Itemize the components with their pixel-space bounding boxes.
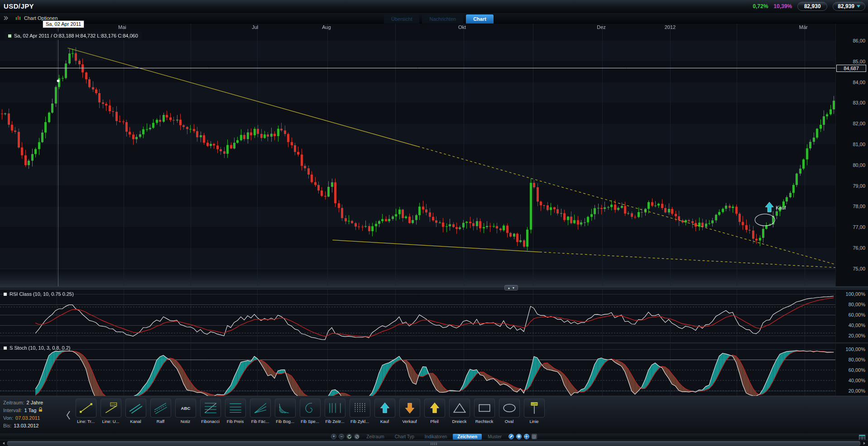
drawing-toolbar: Zeitraum:2 JahreIntervall:1 TagVon:07.03… [0,396,868,433]
tool-verkauf[interactable]: Verkauf [397,399,422,424]
rsi-title-text: RSI Class (10, 10, 0.75 0.25) [10,291,74,297]
tool-pfeil[interactable]: Pfeil [422,399,447,424]
price-tick-label: 75,00 [853,266,865,271]
main-chart-canvas[interactable] [0,24,835,286]
tool-raff[interactable]: Raff [148,399,173,424]
info-value: 13.03.2012 [14,423,38,428]
tool-kanal[interactable]: Kanal [123,399,148,424]
bottom-tab-muster[interactable]: Muster [483,434,506,440]
price-tick-label: 77,00 [853,224,865,230]
toolbar-scroll-left-button[interactable] [64,406,72,424]
panel-divider [0,342,868,344]
view-tabs: ÜbersichtNachrichtenChart [384,14,494,24]
tab-chart[interactable]: Chart [466,14,494,24]
svg-text:1234: 1234 [110,403,116,406]
trend-line-labeled-icon: 1234 [101,399,121,418]
tool-kauf[interactable]: Kauf [372,399,397,424]
sell-price-button[interactable]: 82,930 [797,2,827,11]
tool-fib-fäc[interactable]: Fib Fäc... [248,399,273,424]
price-axis[interactable]: 86,0085,0084,0083,0082,0081,0080,0079,00… [835,24,868,396]
tool-oval[interactable]: Oval [497,399,522,424]
rsi-legend-square-icon [4,293,7,296]
grid-icon[interactable] [532,434,537,439]
tool-notiz[interactable]: ABCNotiz [173,399,198,424]
pencil-icon[interactable] [508,434,514,439]
month-label: Mär [799,24,808,30]
refresh-icon[interactable] [346,434,352,439]
rsi-tick-label: 20,00% [849,333,865,338]
stoch-legend-square-icon [4,346,7,350]
panel-splitter[interactable] [0,286,868,289]
month-label: Okt [458,24,466,30]
stoch-tick-label: 60,00% [849,367,865,373]
chart-options-button[interactable]: Chart Optionen [15,15,58,21]
tool-label: Fibonacci [201,419,220,424]
drawing-tools-row: Line: Tr...1234Line: U...KanalRaffABCNot… [73,399,547,424]
zoom-in-button[interactable]: + [331,434,336,439]
bottom-control-bar: + − ZeitraumChart TypIndikatorenZeichnen… [0,433,868,440]
ohlc-readout-box: Sa, 02 Apr 2011 / O:83,188 H:84,732 L:83… [5,32,142,40]
bid-price: 82,930 [804,3,821,9]
change-percent-period: 10,39% [774,3,792,9]
tool-fib-preis[interactable]: Fib Preis [223,399,248,424]
rectangle-icon [474,399,495,418]
scrollbar-thumb[interactable] [7,441,860,446]
fib-arcs-icon [275,399,296,418]
change-percent-day: 0,72% [753,3,768,9]
triangle-icon [449,399,470,418]
bottom-tab-zeichnen[interactable]: Zeichnen [453,434,482,440]
info-label: Zeitraum: [3,400,24,405]
tool-line-u[interactable]: 1234Line: U... [98,399,123,424]
tool-fib-bog[interactable]: Fib Bog... [273,399,297,424]
scrollbar-left-arrow[interactable] [0,441,7,446]
sell-arrow-icon [399,399,420,418]
stoch-tick-label: 80,00% [849,357,865,362]
tool-label: Fib Spe... [301,419,319,424]
fib-time-icon [325,399,345,418]
panel-toggle-icon[interactable] [2,14,9,22]
tool-fib-zeitr[interactable]: Fib Zeitr... [322,399,347,424]
info-value: 07.03.2011 [15,415,40,421]
bottom-tab-chart-typ[interactable]: Chart Typ [390,434,419,440]
tool-label: Verkauf [402,419,417,424]
rsi-panel-title: RSI Class (10, 10, 0.75 0.25) [4,291,74,297]
tab-nachrichten[interactable]: Nachrichten [422,14,463,24]
vertical-line-labeled-icon: 1234 [524,399,545,418]
rsi-indicator-canvas[interactable] [0,289,835,342]
horizontal-scrollbar[interactable] [0,440,868,446]
move-crosshair-icon[interactable] [524,434,529,439]
ask-price: 82,939 [838,3,854,9]
ohlc-legend-square-icon [8,34,11,38]
top-bar: USD/JPY 0,72% 10,39% 82,930 82,939 [0,0,868,13]
buy-price-button[interactable]: 82,939 [833,2,865,11]
info-value: 2 Jahre [26,400,43,405]
bottom-tab-zeitraum[interactable]: Zeitraum [362,434,388,440]
splitter-collapse-handle[interactable]: ▲▼ [504,285,518,290]
stoch-tick-label: 40,00% [849,378,865,383]
bottom-tab-indikatoren[interactable]: Indikatoren [420,434,451,440]
lock-icon [38,407,43,413]
clear-drawings-icon[interactable] [354,434,360,439]
tool-linie[interactable]: 1234Linie [522,399,547,424]
rsi-tick-label: 80,00% [849,302,865,307]
tool-fib-zykl[interactable]: Fib Zykl... [347,399,372,424]
price-tick-label: 76,00 [853,245,865,251]
tab-übersicht[interactable]: Übersicht [384,14,419,24]
stoch-indicator-canvas[interactable] [0,344,835,396]
rsi-tick-label: 60,00% [849,312,865,318]
style-icon[interactable] [516,434,522,439]
scrollbar-right-arrow[interactable] [861,441,868,446]
tool-dreieck[interactable]: Dreieck [447,399,472,424]
month-label: Aug [322,24,331,30]
tool-fib-spe[interactable]: Fib Spe... [297,399,322,424]
zoom-out-button[interactable]: − [339,434,344,439]
price-tick-label: 79,00 [853,183,865,189]
month-label: Mai [118,24,126,30]
scrollbar-grip-icon [431,442,437,445]
quote-group: 0,72% 10,39% 82,930 82,939 [753,2,868,11]
tool-line-tr[interactable]: Line: Tr... [73,399,98,424]
tool-fibonacci[interactable]: Fibonacci [198,399,223,424]
info-label: Intervall: [3,408,22,413]
tool-rechteck[interactable]: Rechteck [472,399,497,424]
raff-channel-icon [150,399,171,418]
